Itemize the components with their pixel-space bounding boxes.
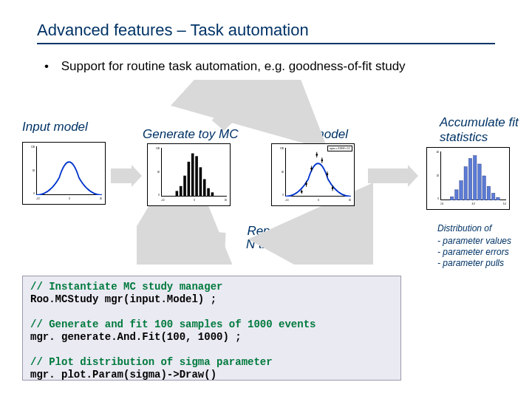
svg-rect-27 <box>464 167 467 200</box>
bullet-text: Support for routine task automation, e.g… <box>61 59 406 73</box>
svg-rect-26 <box>460 181 463 200</box>
svg-rect-32 <box>487 186 490 200</box>
code-line: Roo.MCStudy mgr(input.Model) ; <box>30 293 216 305</box>
bullet-line: • Support for routine task automation, e… <box>44 59 406 74</box>
svg-rect-8 <box>207 188 210 197</box>
svg-point-19 <box>310 168 313 170</box>
svg-rect-5 <box>195 156 198 197</box>
svg-point-20 <box>316 154 318 156</box>
label-fit-model: Fit model <box>296 127 348 142</box>
code-line: mgr. plot.Param(sigma)->Draw() <box>30 369 216 381</box>
svg-rect-2 <box>183 176 186 197</box>
svg-rect-34 <box>497 197 499 200</box>
footnote-header: Distribution of <box>437 223 511 234</box>
arrow-right-icon <box>368 168 409 183</box>
slide: Advanced features – Task automation • Su… <box>0 0 532 399</box>
svg-rect-3 <box>188 162 191 197</box>
code-box: // Instantiate MC study manager Roo.MCSt… <box>22 276 401 381</box>
plot-generate-toy-mc: 100500 -10010 <box>147 143 231 206</box>
code-comment: // Plot distribution of sigma parameter <box>30 356 273 368</box>
svg-rect-25 <box>455 190 458 200</box>
plot-fit-model: sigma = 3.0990 ± 0.2 100500 -10010 <box>271 143 355 206</box>
svg-rect-33 <box>491 194 494 200</box>
svg-rect-31 <box>482 176 485 200</box>
svg-rect-1 <box>180 186 183 197</box>
svg-rect-30 <box>478 164 481 200</box>
svg-rect-9 <box>211 192 214 197</box>
svg-point-23 <box>332 187 334 189</box>
svg-rect-24 <box>450 197 453 200</box>
svg-point-17 <box>301 191 303 193</box>
plot-input-model: 100500 -10010 <box>22 142 106 205</box>
bullet-dot-icon: • <box>44 59 58 74</box>
svg-point-18 <box>305 183 307 185</box>
code-comment: // Instantiate MC study manager <box>30 281 222 293</box>
label-generate-toy-mc: Generate toy MC <box>143 127 238 142</box>
footnote-distribution: Distribution of - parameter values - par… <box>437 223 511 269</box>
label-accumulate-stats: Accumulate fit statistics <box>440 115 521 145</box>
arrow-right-icon <box>111 168 133 183</box>
footnote-item: - parameter errors <box>437 247 511 258</box>
footnote-item: - parameter values <box>437 236 511 247</box>
svg-rect-4 <box>191 154 194 197</box>
label-input-model: Input model <box>22 120 88 134</box>
footnote-item: - parameter pulls <box>437 258 511 269</box>
svg-point-22 <box>327 173 329 175</box>
svg-rect-28 <box>468 158 471 200</box>
svg-rect-29 <box>474 156 477 200</box>
svg-rect-0 <box>176 191 179 197</box>
code-line: mgr. generate.And.Fit(100, 1000) ; <box>30 331 242 343</box>
label-repeat-n-times: Repeat N times <box>246 225 289 251</box>
svg-rect-7 <box>203 179 206 197</box>
plot-accumulate-stats: 40200 2.63.03.4 <box>426 147 510 210</box>
svg-point-21 <box>321 160 324 162</box>
code-comment: // Generate and fit 100 samples of 1000 … <box>30 318 316 330</box>
svg-rect-6 <box>200 167 202 197</box>
title-underline <box>37 43 495 44</box>
slide-title: Advanced features – Task automation <box>37 21 309 40</box>
